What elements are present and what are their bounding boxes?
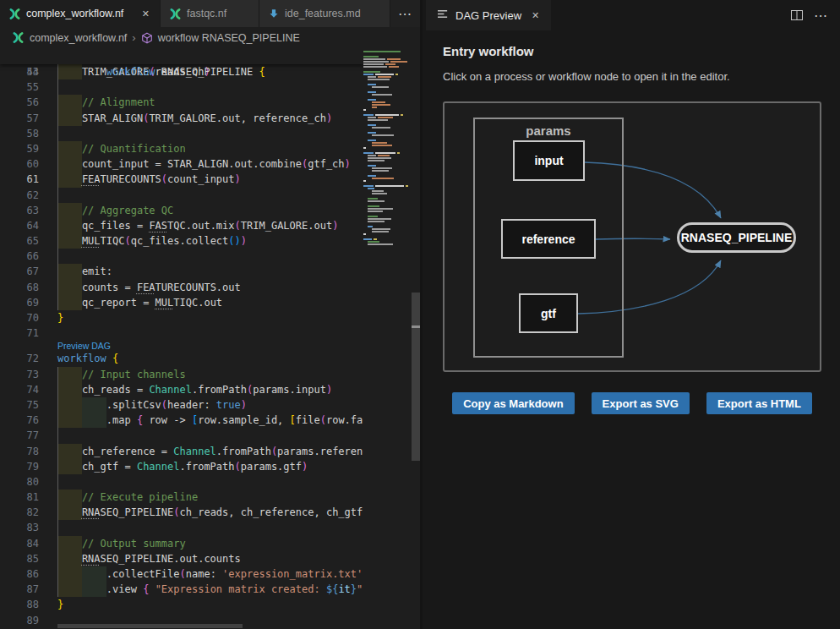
code-line-65[interactable]: 65MULTIQC(qc_files.collect()) [0, 233, 363, 249]
more-actions-icon[interactable]: ⋯ [814, 8, 828, 24]
code-line-69[interactable]: 69qc_report = MULTIQC.out [0, 295, 363, 310]
node-gtf[interactable]: gtf [519, 293, 578, 333]
code-line-81[interactable]: 81// Execute pipeline [0, 490, 363, 505]
node-rnaseq-pipeline[interactable]: RNASEQ_PIPELINE [677, 222, 796, 253]
line-number: 58 [0, 126, 39, 141]
panel-body: Entry workflow Click on a process or wor… [423, 30, 840, 414]
node-reference[interactable]: reference [501, 219, 596, 259]
overview-ruler-cursor-marker [412, 325, 420, 328]
vscode-window: complex_workflow.nf✕fastqc.nfide_feature… [0, 0, 840, 629]
line-number: 67 [0, 264, 39, 279]
line-number: 57 [0, 111, 39, 126]
preview-list-icon [438, 8, 449, 22]
line-number: 83 [0, 520, 39, 535]
copy-as-markdown-button[interactable]: Copy as Markdown [452, 392, 574, 414]
code-line-64[interactable]: 64qc_files = FASTQC.out.mix(TRIM_GALORE.… [0, 218, 363, 233]
split-editor-icon[interactable] [790, 8, 804, 22]
nextflow-file-icon [12, 31, 25, 44]
code-line-76[interactable]: 76.map { row -> [row.sample_id, [file(ro… [0, 413, 363, 428]
tab-ide-features-md[interactable]: ide_features.md [259, 0, 390, 27]
codelens-preview-dag[interactable]: Preview DAG [0, 341, 363, 351]
code-line-68[interactable]: 68counts = FEATURECOUNTS.out [0, 280, 363, 295]
line-number: 72 [0, 351, 39, 366]
symbol-cube-icon [141, 32, 153, 44]
panel-header: DAG Preview ✕ ⋯ [423, 0, 840, 30]
line-number: 64 [0, 218, 39, 233]
code-line-59[interactable]: 59// Quantification [0, 141, 363, 156]
code-line-57[interactable]: 57STAR_ALIGN(TRIM_GALORE.out, reference_… [0, 111, 363, 126]
close-icon[interactable]: ✕ [140, 8, 151, 19]
line-number: 59 [0, 141, 39, 156]
code-line-63[interactable]: 63// Aggregate QC [0, 203, 363, 218]
tab-label: ide_features.md [285, 8, 361, 19]
line-number: 77 [0, 428, 39, 443]
code-line-67[interactable]: 67emit: [0, 264, 363, 279]
code-line-62[interactable]: 62 [0, 188, 363, 203]
code-line-83[interactable]: 83 [0, 520, 363, 535]
code-line-60[interactable]: 60count_input = STAR_ALIGN.out.combine(g… [0, 156, 363, 172]
line-number: 79 [0, 459, 39, 474]
line-number: 62 [0, 188, 39, 203]
code-line-72[interactable]: 72workflow { [0, 351, 363, 366]
line-number: 65 [0, 233, 39, 249]
line-number: 76 [0, 413, 39, 428]
line-number: 61 [0, 172, 39, 187]
breadcrumb: complex_workflow.nf › workflow RNASEQ_PI… [0, 27, 420, 48]
code-line-58[interactable]: 58 [0, 126, 363, 141]
tab-fastqc-nf[interactable]: fastqc.nf [161, 0, 259, 27]
breadcrumb-file[interactable]: complex_workflow.nf [30, 32, 127, 44]
node-input[interactable]: input [513, 140, 585, 181]
dag-canvas: params input reference gtf RNASEQ_PIPELI… [443, 101, 821, 372]
tab-dag-preview[interactable]: DAG Preview ✕ [426, 0, 551, 30]
close-icon[interactable]: ✕ [532, 10, 539, 21]
line-number: 68 [0, 280, 39, 295]
code-line-66[interactable]: 66 [0, 249, 363, 264]
line-number: 74 [0, 382, 39, 397]
scrollbar-thumb[interactable] [412, 293, 420, 461]
export-as-svg-button[interactable]: Export as SVG [592, 392, 690, 414]
code-line-61[interactable]: 61FEATURECOUNTS(count_input) [0, 172, 363, 187]
line-number: 88 [0, 597, 39, 612]
sticky-scroll-line[interactable]: 43workflow RNASEQ_PIPELINE { [0, 48, 363, 64]
code-line-88[interactable]: 88} [0, 597, 363, 612]
code-line-56[interactable]: 56// Alignment [0, 95, 363, 110]
line-number: 80 [0, 474, 39, 490]
editor-tabbar: complex_workflow.nf✕fastqc.nfide_feature… [0, 0, 420, 27]
code-line-79[interactable]: 79ch_gtf = Channel.fromPath(params.gtf) [0, 459, 363, 474]
code-line-74[interactable]: 74ch_reads = Channel.fromPath(params.inp… [0, 382, 363, 397]
vertical-scrollbar[interactable] [412, 48, 420, 629]
editor-group: complex_workflow.nf✕fastqc.nfide_feature… [0, 0, 420, 629]
code-line-80[interactable]: 80 [0, 474, 363, 490]
code-line-77[interactable]: 77 [0, 428, 363, 443]
params-group-label: params [475, 123, 622, 138]
code-line-85[interactable]: 85RNASEQ_PIPELINE.out.counts [0, 551, 363, 566]
panel-actions: ⋯ [790, 8, 840, 24]
code-line-86[interactable]: 86.collectFile(name: 'expression_matrix.… [0, 566, 363, 582]
line-number: 85 [0, 551, 39, 566]
tab-overflow-button[interactable]: ⋯ [390, 0, 420, 27]
horizontal-scrollbar[interactable] [57, 624, 243, 628]
export-button-row: Copy as MarkdownExport as SVGExport as H… [443, 392, 821, 414]
panel-tab-title: DAG Preview [455, 9, 521, 22]
minimap[interactable] [363, 51, 412, 629]
code-line-75[interactable]: 75.splitCsv(header: true) [0, 397, 363, 413]
line-number: 78 [0, 444, 39, 459]
sticky-line-number: 43 [0, 64, 39, 80]
code-line-82[interactable]: 82RNASEQ_PIPELINE(ch_reads, ch_reference… [0, 505, 363, 520]
code-line-87[interactable]: 87.view { "Expression matrix created: ${… [0, 582, 363, 597]
code-line-73[interactable]: 73// Input channels [0, 367, 363, 382]
breadcrumb-symbol[interactable]: workflow RNASEQ_PIPELINE [158, 32, 300, 44]
export-as-html-button[interactable]: Export as HTML [706, 392, 812, 414]
line-number: 69 [0, 295, 39, 310]
page-title: Entry workflow [443, 44, 821, 58]
code-line-55[interactable]: 55 [0, 79, 363, 95]
tab-complex-workflow-nf[interactable]: complex_workflow.nf✕ [0, 0, 161, 27]
code-line-71[interactable]: 71 [0, 325, 363, 341]
code-editor[interactable]: 54TRIM_GALORE(reads_ch)5556// Alignment5… [0, 48, 363, 629]
line-number: 89 [0, 613, 39, 628]
code-line-70[interactable]: 70} [0, 310, 363, 325]
code-line-78[interactable]: 78ch_reference = Channel.fromPath(params… [0, 444, 363, 459]
line-number: 81 [0, 490, 39, 505]
code-line-84[interactable]: 84// Output summary [0, 536, 363, 551]
line-number: 66 [0, 249, 39, 264]
